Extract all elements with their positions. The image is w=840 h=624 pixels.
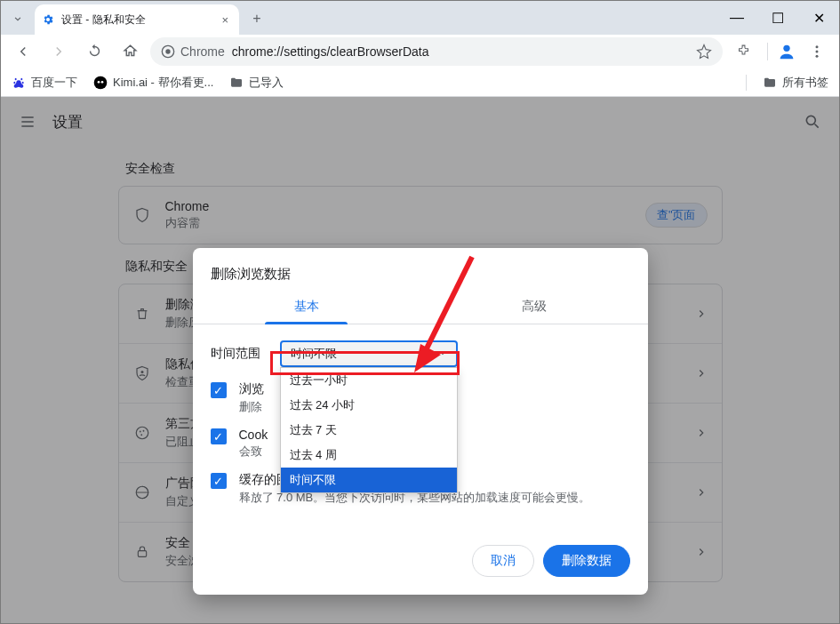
checkbox-checked-icon: ✓ (211, 428, 227, 444)
bookmark-star-icon[interactable] (696, 44, 712, 60)
overflow-menu-button[interactable] (802, 36, 832, 67)
checkbox-checked-icon: ✓ (211, 473, 227, 489)
omnibox-prefix: Chrome (180, 44, 225, 59)
forward-button[interactable] (44, 36, 74, 67)
bookmark-label: 所有书签 (782, 75, 828, 91)
close-tab-button[interactable]: × (218, 13, 232, 27)
site-identity: Chrome (161, 44, 225, 59)
settings-page: 设置 安全检查 Chrome 内容需 查"页面 隐私和安全 (1, 97, 839, 623)
dialog-tabs: 基本 高级 (193, 290, 648, 324)
svg-point-5 (816, 54, 819, 57)
window-maximize[interactable]: ☐ (757, 1, 798, 35)
chevron-down-icon (12, 12, 24, 25)
home-button[interactable] (115, 36, 145, 67)
bookmark-imported-folder[interactable]: 已导入 (229, 75, 284, 91)
delete-data-button[interactable]: 删除数据 (543, 545, 630, 577)
window-controls: — ☐ ✕ (716, 1, 839, 35)
time-range-selected-value: 时间不限 (291, 346, 337, 362)
tab-advanced[interactable]: 高级 (420, 290, 648, 324)
titlebar: 设置 - 隐私和安全 × + — ☐ ✕ (1, 1, 839, 35)
time-option-selected[interactable]: 时间不限 (281, 468, 457, 492)
folder-icon (763, 76, 777, 90)
time-option[interactable]: 过去 24 小时 (281, 393, 457, 418)
time-range-field: 时间范围 时间不限 过去一小时 过去 24 小时 过去 7 天 过去 4 周 时… (211, 340, 630, 367)
time-range-menu: 过去一小时 过去 24 小时 过去 7 天 过去 4 周 时间不限 (280, 367, 458, 493)
new-tab-button[interactable]: + (244, 6, 269, 31)
svg-point-4 (816, 50, 819, 52)
check-subtitle: 会致 (239, 444, 268, 460)
baidu-icon (12, 76, 26, 90)
time-option[interactable]: 过去 4 周 (281, 443, 457, 468)
dropdown-caret-icon (438, 349, 447, 358)
svg-point-1 (165, 49, 170, 53)
time-range-label: 时间范围 (211, 346, 264, 362)
tab-search-dropdown[interactable] (4, 6, 31, 31)
check-subtitle: 删除 (239, 399, 264, 415)
tab-title: 设置 - 隐私和安全 (61, 12, 211, 28)
check-title: Cook (239, 428, 268, 442)
chrome-icon (161, 44, 175, 59)
kimi-icon (93, 76, 108, 90)
browser-toolbar: Chrome chrome://settings/clearBrowserDat… (1, 35, 839, 68)
checkbox-checked-icon: ✓ (211, 382, 227, 398)
cancel-button[interactable]: 取消 (472, 545, 534, 577)
svg-point-8 (101, 81, 104, 84)
bookmark-label: 百度一下 (31, 75, 77, 91)
gear-icon (42, 13, 54, 26)
folder-icon (229, 76, 244, 90)
check-title: 浏览 (239, 381, 264, 397)
clear-browsing-data-dialog: 删除浏览数据 基本 高级 时间范围 时间不限 过去一小时 过去 24 小时 过去… (193, 248, 648, 595)
extensions-button[interactable] (728, 36, 758, 67)
omnibox-url: chrome://settings/clearBrowserData (232, 44, 429, 59)
tab-basic[interactable]: 基本 (193, 290, 420, 324)
bookmark-kimi[interactable]: Kimi.ai - 帮你看更... (93, 75, 213, 91)
svg-point-6 (94, 76, 108, 89)
svg-point-2 (783, 44, 789, 51)
profile-button[interactable] (777, 42, 796, 61)
bookmark-label: 已导入 (249, 75, 284, 91)
time-option[interactable]: 过去 7 天 (281, 418, 457, 443)
reload-button[interactable] (79, 36, 109, 67)
browser-tab[interactable]: 设置 - 隐私和安全 × (35, 4, 239, 35)
back-button[interactable] (8, 36, 38, 67)
window-minimize[interactable]: — (716, 1, 757, 35)
window-close[interactable]: ✕ (798, 1, 839, 35)
svg-point-7 (98, 81, 100, 84)
time-option[interactable]: 过去一小时 (281, 368, 457, 393)
svg-point-3 (816, 45, 819, 48)
all-bookmarks-folder[interactable]: 所有书签 (763, 75, 828, 91)
bookmarks-bar: 百度一下 Kimi.ai - 帮你看更... 已导入 所有书签 (1, 68, 839, 97)
omnibox[interactable]: Chrome chrome://settings/clearBrowserDat… (150, 37, 723, 66)
bookmarks-bar-separator (746, 75, 747, 91)
time-range-select[interactable]: 时间不限 过去一小时 过去 24 小时 过去 7 天 过去 4 周 时间不限 (280, 340, 458, 367)
bookmark-label: Kimi.ai - 帮你看更... (113, 75, 213, 91)
dialog-title: 删除浏览数据 (193, 248, 648, 290)
toolbar-separator (767, 43, 768, 60)
bookmark-baidu[interactable]: 百度一下 (12, 75, 77, 91)
